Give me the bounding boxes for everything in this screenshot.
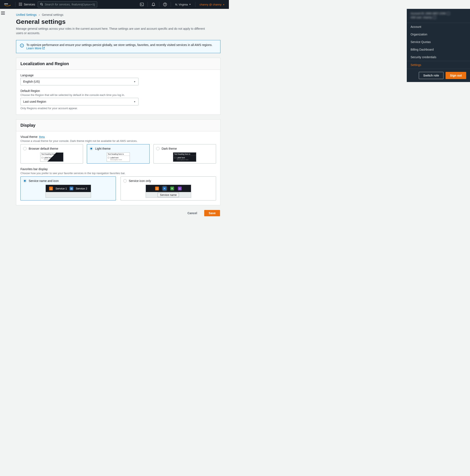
svg-text:aws: aws: [4, 2, 8, 5]
theme-option-browser-default[interactable]: Browser default theme Text heading here …: [20, 144, 83, 164]
favorites-option-label: Service name and icon: [29, 179, 59, 183]
svg-rect-6: [21, 4, 22, 4]
theme-preview: Text heading here is Label text Descript…: [107, 153, 130, 162]
info-icon: i: [20, 44, 24, 48]
service-name: Service 2: [76, 187, 87, 190]
panel-title: Display: [20, 123, 216, 128]
separator: [195, 2, 195, 7]
svg-rect-2: [20, 3, 21, 3]
search-input[interactable]: [45, 3, 82, 6]
aws-logo[interactable]: aws: [2, 2, 13, 7]
radio-unchecked-icon: [156, 147, 160, 150]
nav-utility-icons: [137, 1, 172, 8]
page-title: General settings: [16, 18, 220, 25]
help-icon[interactable]: [161, 1, 169, 8]
caret-down-icon: ▼: [134, 101, 136, 103]
breadcrumb-root[interactable]: Unified Settings: [16, 13, 37, 17]
service-icon: ◬: [49, 187, 53, 190]
top-nav: aws Services [Option+S]: [0, 0, 229, 9]
display-panel: Display Visual theme Beta Choose a visua…: [16, 119, 220, 205]
grid-icon: [19, 2, 22, 7]
separator: [171, 2, 171, 7]
panel-header: Display: [16, 119, 220, 131]
radio-checked-icon: [23, 179, 27, 183]
service-name: Service 1: [55, 187, 67, 190]
favorites-preview: ◬ Service 1 ▤ Service 2: [46, 185, 91, 198]
default-region-label: Default Region: [20, 89, 216, 93]
breadcrumb: Unified Settings › General settings: [16, 13, 220, 17]
beta-badge[interactable]: Beta: [39, 135, 45, 139]
svg-rect-4: [19, 4, 20, 4]
theme-label: Dark theme: [162, 147, 177, 150]
global-search[interactable]: [Option+S]: [38, 1, 97, 7]
main-content: Unified Settings › General settings Gene…: [0, 9, 229, 225]
search-shortcut-hint: [Option+S]: [82, 3, 95, 6]
visual-theme-label: Visual theme Beta: [20, 135, 216, 138]
caret-down-icon: ▼: [134, 81, 136, 83]
theme-label: Light theme: [95, 147, 110, 150]
svg-rect-1: [19, 3, 20, 3]
panel-header: Localization and Region: [16, 58, 220, 70]
language-label: Language: [20, 74, 216, 77]
svg-rect-3: [21, 3, 22, 3]
user-label: channy @ channy: [200, 3, 221, 6]
services-label: Services: [24, 3, 35, 6]
default-region-select[interactable]: Last used Region ▼: [20, 98, 138, 105]
radio-checked-icon: [90, 147, 93, 150]
svg-rect-7: [19, 5, 20, 6]
language-select[interactable]: English (US) ▼: [20, 78, 138, 85]
favorites-bar-desc: Choose how you prefer to see your favori…: [20, 171, 216, 175]
localization-panel: Localization and Region Language English…: [16, 58, 220, 115]
radio-unchecked-icon: [123, 179, 127, 183]
service-icon: ✲: [170, 187, 174, 190]
notifications-icon[interactable]: [149, 1, 158, 8]
region-label: N. Virginia: [175, 3, 188, 6]
favorites-option-icon-only[interactable]: Service icon only ◫ ✦ ✲ ◎ Service name: [120, 176, 216, 201]
service-name-tooltip: Service name: [158, 193, 179, 197]
default-region-value: Last used Region: [23, 100, 46, 103]
language-value: English (US): [23, 80, 40, 83]
svg-rect-9: [21, 5, 22, 6]
svg-line-19: [43, 47, 45, 49]
account-dropdown-button[interactable]: channy @ channy ▲: [198, 3, 226, 6]
separator: [159, 2, 159, 7]
cancel-button[interactable]: Cancel: [183, 210, 201, 216]
theme-preview: Text heading here is Label text Descript…: [40, 153, 64, 162]
svg-rect-12: [140, 3, 144, 6]
svg-rect-5: [20, 4, 21, 4]
theme-option-light[interactable]: Light theme Text heading here is Label t…: [87, 144, 150, 164]
caret-up-icon: ▲: [223, 3, 225, 5]
favorites-option-name-and-icon[interactable]: Service name and icon ◬ Service 1 ▤ Serv…: [20, 176, 116, 201]
learn-more-link[interactable]: Learn More: [26, 47, 45, 50]
info-banner: i To optimize performance and ensure you…: [16, 40, 220, 53]
service-icon: ▤: [69, 187, 73, 190]
service-icon: ◫: [155, 187, 159, 190]
hamburger-menu-toggle[interactable]: [0, 9, 6, 17]
svg-line-11: [42, 5, 43, 5]
search-icon: [40, 3, 43, 6]
radio-unchecked-icon: [23, 147, 27, 150]
info-banner-text: To optimize performance and ensure your …: [26, 43, 212, 47]
theme-label: Browser default theme: [29, 147, 58, 150]
favorites-preview: ◫ ✦ ✲ ◎ Service name: [146, 185, 191, 198]
svg-point-10: [40, 3, 42, 5]
region-dropdown[interactable]: N. Virginia ▼: [173, 3, 193, 6]
save-button[interactable]: Save: [204, 210, 220, 216]
chevron-right-icon: ›: [39, 13, 40, 17]
action-row: Cancel Save: [16, 210, 220, 216]
theme-option-dark[interactable]: Dark theme Text heading here is Label te…: [153, 144, 216, 164]
default-region-desc: Choose the Region that will be selected …: [20, 93, 216, 97]
favorites-bar-label: Favorites bar display: [20, 167, 216, 171]
svg-rect-8: [20, 5, 21, 6]
separator: [148, 2, 148, 7]
breadcrumb-current: General settings: [42, 13, 64, 17]
service-icon: ◎: [178, 187, 182, 190]
service-icon: ✦: [163, 187, 167, 190]
caret-down-icon: ▼: [189, 3, 191, 5]
default-region-note: Only Regions enabled for your account ap…: [20, 107, 216, 110]
page-subtitle: Manage general settings across your role…: [16, 27, 206, 35]
theme-preview: Text heading here is Label text Descript…: [173, 153, 196, 162]
external-link-icon: [42, 47, 45, 50]
services-menu-button[interactable]: Services: [18, 2, 36, 7]
cloudshell-icon[interactable]: [137, 1, 146, 8]
